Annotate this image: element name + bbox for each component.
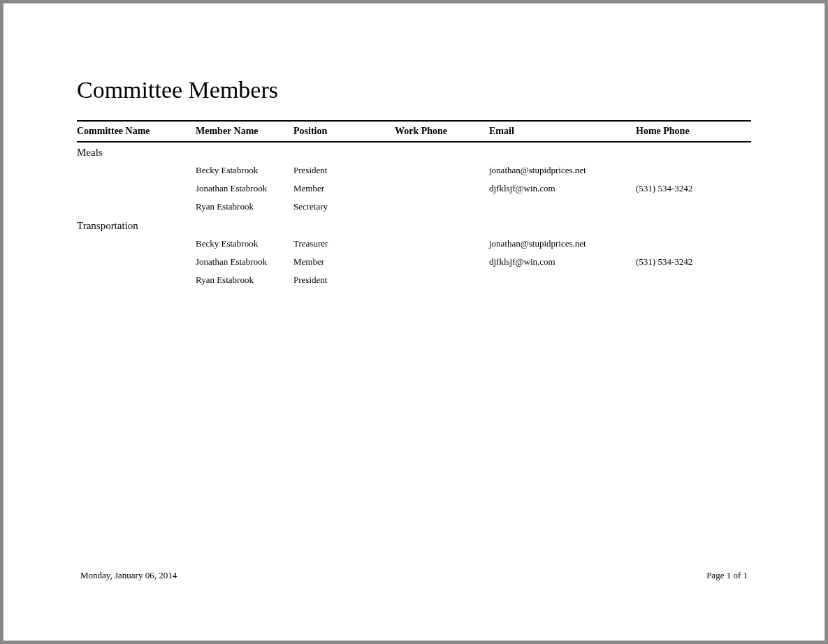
committee-name: Meals	[77, 147, 196, 159]
cell-homephone	[636, 201, 734, 212]
table-row: Ryan Estabrook Secretary	[77, 198, 751, 216]
report-table: Committee Name Member Name Position Work…	[77, 120, 751, 289]
cell-email: djfklsjf@win.com	[489, 183, 636, 194]
cell-position: Secretary	[293, 201, 395, 212]
table-row: Jonathan Estabrook Member djfklsjf@win.c…	[77, 180, 751, 198]
table-row: Ryan Estabrook President	[77, 271, 751, 289]
group-row: Transportation	[77, 216, 751, 235]
col-header-committee: Committee Name	[77, 126, 196, 137]
cell-committee	[77, 183, 196, 194]
cell-member: Ryan Estabrook	[196, 275, 293, 286]
col-header-position: Position	[293, 126, 395, 137]
col-header-email: Email	[489, 126, 636, 137]
cell-workphone	[395, 256, 489, 268]
cell-email: jonathan@stupidprices.net	[489, 238, 636, 249]
cell-email	[489, 201, 636, 212]
report-page: Committee Members Committee Name Member …	[3, 3, 825, 641]
cell-committee	[77, 256, 196, 268]
cell-position: Member	[293, 183, 395, 194]
col-header-homephone: Home Phone	[636, 126, 734, 137]
cell-committee	[77, 201, 196, 212]
cell-workphone	[395, 183, 489, 194]
report-title: Committee Members	[77, 77, 751, 103]
cell-workphone	[395, 201, 489, 212]
report-footer: Monday, January 06, 2014 Page 1 of 1	[80, 570, 748, 581]
cell-member: Jonathan Estabrook	[196, 256, 293, 268]
cell-homephone	[636, 165, 734, 176]
cell-member: Becky Estabrook	[196, 165, 293, 176]
footer-date: Monday, January 06, 2014	[80, 570, 177, 581]
table-row: Becky Estabrook Treasurer jonathan@stupi…	[77, 235, 751, 253]
cell-email: jonathan@stupidprices.net	[489, 165, 636, 176]
cell-position: Treasurer	[293, 238, 395, 249]
footer-page: Page 1 of 1	[706, 570, 748, 581]
table-row: Jonathan Estabrook Member djfklsjf@win.c…	[77, 253, 751, 271]
column-header-row: Committee Name Member Name Position Work…	[77, 120, 751, 142]
col-header-workphone: Work Phone	[395, 126, 489, 137]
cell-homephone	[636, 238, 734, 249]
cell-workphone	[395, 275, 489, 286]
cell-member: Ryan Estabrook	[196, 201, 293, 212]
col-header-member: Member Name	[196, 126, 293, 137]
cell-member: Becky Estabrook	[196, 238, 293, 249]
cell-position: Member	[293, 256, 395, 268]
cell-committee	[77, 238, 196, 249]
cell-email: djfklsjf@win.com	[489, 256, 636, 268]
cell-member: Jonathan Estabrook	[196, 183, 293, 194]
table-row: Becky Estabrook President jonathan@stupi…	[77, 161, 751, 180]
cell-homephone: (531) 534-3242	[636, 256, 734, 268]
cell-position: President	[293, 275, 395, 286]
committee-name: Transportation	[77, 220, 196, 232]
cell-email	[489, 275, 636, 286]
cell-position: President	[293, 165, 395, 176]
cell-workphone	[395, 165, 489, 176]
cell-workphone	[395, 238, 489, 249]
cell-committee	[77, 275, 196, 286]
cell-homephone: (531) 534-3242	[636, 183, 734, 194]
cell-committee	[77, 165, 196, 176]
cell-homephone	[636, 275, 734, 286]
group-row: Meals	[77, 142, 751, 161]
